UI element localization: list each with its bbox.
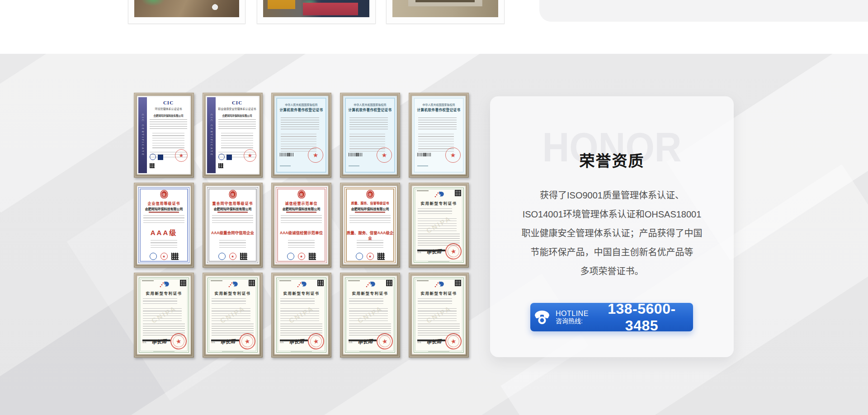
certificate-number [211,280,222,281]
certificate-page: 实用新型专利证书 CNIPA 局长 申长雨 ★ [412,276,466,354]
fine-print [212,308,250,321]
credit-foot-emblems: ★ [348,253,392,260]
red-star-stamp: ★ [367,253,374,260]
redacted-bar [349,340,377,341]
certificate-title: 诚信经营示范单位 [277,201,326,206]
cnipa-watermark: CNIPA [208,297,258,331]
footer-line [153,351,175,352]
credit-badge-icon: 信 [229,190,236,198]
credit-badge-icon: 信 [160,190,168,198]
redacted-bar [417,340,445,341]
signer-label: 局长 [349,340,353,344]
qr-code [240,253,247,260]
cnipa-logo-icon [206,281,259,288]
certificate-utility-patent[interactable]: 实用新型专利证书 CNIPA 局长 申长雨 ★ [203,273,263,358]
certificate-number [417,165,428,166]
redacted-bar [211,340,239,341]
fine-print [212,215,253,225]
credit-grade: AAA级 [139,227,189,237]
fine-print [280,308,319,321]
cic-side-text: CIC CERTIFICATE [142,114,144,156]
certificate-utility-patent[interactable]: 实用新型专利证书 CNIPA 局长 申长雨 ★ [409,273,469,358]
certificate-page: 信 诚信经营示范单位 合肥珂玛环保科技有限公司 AAA级诚信经营示范单位 ★ [274,186,328,264]
cnipa-watermark: CNIPA [345,297,396,331]
star-icon: ★ [313,337,320,345]
fine-print [349,118,388,130]
company-name: 合肥珂玛环保科技有限公司 [345,207,395,211]
fine-print [281,215,322,225]
red-star-stamp: ★ [298,253,305,260]
certificate-iso-ohs[interactable]: CIC CERTIFICATE CIC 职业健康安全管理体系认证证书 合肥珂玛环… [203,93,263,178]
credit-badge-icon: 信 [366,190,374,198]
redacted-bar [142,340,170,341]
certificate-page: 实用新型专利证书 CNIPA 局长 申长雨 ★ [343,276,397,354]
certificate-credit-rating[interactable]: 信 企业信用等级证书 合肥珂玛环保科技有限公司 AAA级 ★ [134,183,194,268]
certificate-software-copyright[interactable]: 中华人民共和国国家版权局 计算机软件著作权登记证书 ★ [340,93,400,178]
certificate-utility-patent[interactable]: 实用新型专利证书 CNIPA 局长 申长雨 ★ [271,273,331,358]
certificate-software-copyright[interactable]: 中华人民共和国国家版权局 计算机软件著作权登记证书 ★ [409,93,469,178]
certificate-page: CIC CERTIFICATE CIC 环境管理体系认证证书 合肥珂玛环保科技有… [137,96,191,174]
fine-print [151,240,177,250]
certificate-contract-credit[interactable]: 信 重合同守信用等级证书 合肥珂玛环保科技有限公司 AAA级重合同守信用企业 ★ [203,183,263,268]
fine-print [349,308,388,321]
fine-print [418,324,460,336]
certificate-quality-service[interactable]: 信 质量、服务、信誉等级证书 合肥珂玛环保科技有限公司 质量、服务、信誉AAA级… [340,183,400,268]
gallery-photo-card[interactable] [257,0,376,24]
certificate-iso-environment[interactable]: CIC CERTIFICATE CIC 环境管理体系认证证书 合肥珂玛环保科技有… [134,93,194,178]
qr-code [249,280,255,286]
qr-code [386,280,392,286]
fine-print [418,208,452,216]
cic-side-band: CIC CERTIFICATE [138,97,147,173]
phone-icon [533,310,551,325]
certificate-utility-patent[interactable]: 实用新型专利证书 CNIPA 局长 申长雨 ★ [134,273,194,358]
star-icon: ★ [300,255,303,259]
signer-label: 局长 [211,340,215,344]
company-name: 合肥珂玛环保科技有限公司 [217,114,258,118]
credit-round-logo [287,253,294,260]
star-icon: ★ [244,337,251,345]
company-name: 合肥珂玛环保科技有限公司 [139,207,189,211]
footer-line [428,261,450,262]
barcode [349,153,362,156]
credit-round-logo [356,253,363,260]
fine-print [349,215,391,225]
issuing-authority: 中华人民共和国国家版权局 [346,103,394,107]
gallery-photo-card[interactable] [128,0,245,24]
cic-side-band: CIC CERTIFICATE [207,97,216,173]
red-star-seal: ★ [175,149,188,162]
credit-code-bar [355,212,385,213]
gallery-photo-card[interactable] [386,0,505,24]
credit-foot-emblems: ★ [142,253,186,260]
barcode [417,153,431,156]
red-star-seal: ★ [445,147,461,163]
credit-round-logo [150,253,157,260]
credit-code-bar [149,212,179,213]
certificate-utility-patent[interactable]: 实用新型专利证书 CNIPA 局长 申长雨 ★ [340,273,400,358]
certificate-number [279,280,291,281]
certificate-integrity-unit[interactable]: 信 诚信经营示范单位 合肥珂玛环保科技有限公司 AAA级诚信经营示范单位 ★ [271,183,331,268]
certificate-software-copyright[interactable]: 中华人民共和国国家版权局 计算机软件著作权登记证书 ★ [271,93,331,178]
certificate-title: 重合同守信用等级证书 [208,201,257,206]
cic-round-logo [150,154,156,160]
certificate-page: 实用新型专利证书 CNIPA 局长 申长雨 ★ [137,276,191,354]
cnipa-watermark: CNIPA [414,297,464,331]
certificate-grid: CIC CERTIFICATE CIC 环境管理体系认证证书 合肥珂玛环保科技有… [134,93,472,358]
hotline-button[interactable]: HOTLINE 咨询热线: 138-5600-3485 [530,303,693,331]
red-star-seal: ★ [307,332,326,351]
signature: 申长雨 [426,337,441,346]
certificate-utility-patent[interactable]: 实用新型专利证书 CNIPA 局长 申长雨 ★ [409,183,469,268]
certificate-title: 计算机软件著作权登记证书 [414,107,464,112]
cnipa-watermark: CNIPA [414,208,464,241]
star-icon: ★ [450,247,457,255]
cnipa-logo-icon [412,281,466,288]
construction-equipment-photo [263,0,369,17]
certificate-page: CIC CERTIFICATE CIC 职业健康安全管理体系认证证书 合肥珂玛环… [206,96,259,174]
hotline-label-zh: 咨询热线: [556,318,583,325]
credit-foot-emblems: ★ [279,253,324,260]
fine-print [143,215,184,225]
description-line: ISO14001环境管理体系认证和OHSAS18001 [490,205,734,224]
signer-label: 局长 [417,340,421,344]
footer-line [428,351,450,352]
qr-code [150,163,155,168]
red-star-stamp: ★ [160,253,168,260]
